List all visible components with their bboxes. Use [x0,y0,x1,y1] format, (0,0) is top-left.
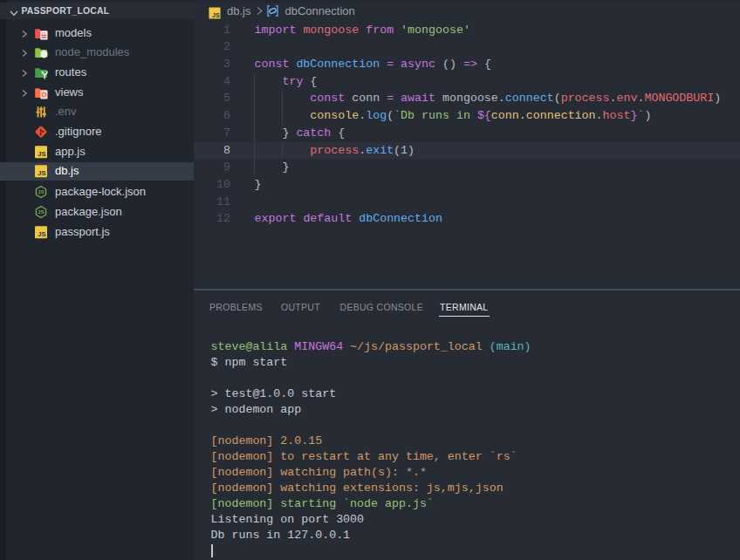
svg-text:JS: JS [38,169,45,177]
svg-text:JS: JS [38,230,45,238]
svg-text:JS: JS [212,12,220,19]
svg-text:JS: JS [38,190,44,195]
svg-text:JS: JS [38,209,44,215]
svg-text:JS: JS [38,150,45,158]
